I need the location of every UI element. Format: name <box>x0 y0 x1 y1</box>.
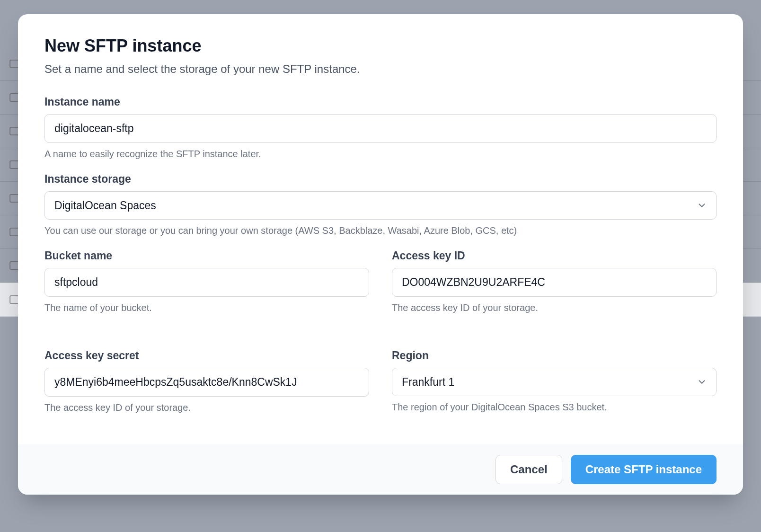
access-key-id-field: Access key ID The access key ID of your … <box>392 249 717 313</box>
new-sftp-instance-modal: New SFTP instance Set a name and select … <box>18 14 743 495</box>
region-hint: The region of your DigitalOcean Spaces S… <box>392 402 717 413</box>
bucket-name-input[interactable] <box>44 268 369 297</box>
modal-footer: Cancel Create SFTP instance <box>18 444 743 495</box>
modal-body: New SFTP instance Set a name and select … <box>18 14 743 444</box>
instance-storage-label: Instance storage <box>44 173 717 186</box>
instance-name-hint: A name to easily recognize the SFTP inst… <box>44 149 717 160</box>
instance-name-label: Instance name <box>44 96 717 108</box>
access-key-secret-hint: The access key ID of your storage. <box>44 402 369 413</box>
access-key-id-input[interactable] <box>392 268 717 297</box>
cancel-button[interactable]: Cancel <box>496 455 562 484</box>
access-key-secret-field: Access key secret The access key ID of y… <box>44 349 369 413</box>
create-sftp-instance-button[interactable]: Create SFTP instance <box>571 455 717 484</box>
region-label: Region <box>392 349 717 362</box>
access-key-secret-label: Access key secret <box>44 349 369 362</box>
modal-subtitle: Set a name and select the storage of you… <box>44 62 717 76</box>
instance-storage-field: Instance storage DigitalOcean Spaces You… <box>44 173 717 236</box>
region-field: Region Frankfurt 1 The region of your Di… <box>392 349 717 413</box>
bucket-name-field: Bucket name The name of your bucket. <box>44 249 369 313</box>
instance-name-input[interactable] <box>44 114 717 143</box>
instance-name-field: Instance name A name to easily recognize… <box>44 96 717 160</box>
instance-storage-hint: You can use our storage or you can bring… <box>44 225 717 236</box>
access-key-id-label: Access key ID <box>392 249 717 262</box>
modal-title: New SFTP instance <box>44 36 717 56</box>
access-key-secret-input[interactable] <box>44 368 369 397</box>
region-select[interactable]: Frankfurt 1 <box>392 368 717 396</box>
access-key-id-hint: The access key ID of your storage. <box>392 302 717 313</box>
instance-storage-select[interactable]: DigitalOcean Spaces <box>44 191 717 220</box>
bucket-name-label: Bucket name <box>44 249 369 262</box>
bucket-name-hint: The name of your bucket. <box>44 302 369 313</box>
